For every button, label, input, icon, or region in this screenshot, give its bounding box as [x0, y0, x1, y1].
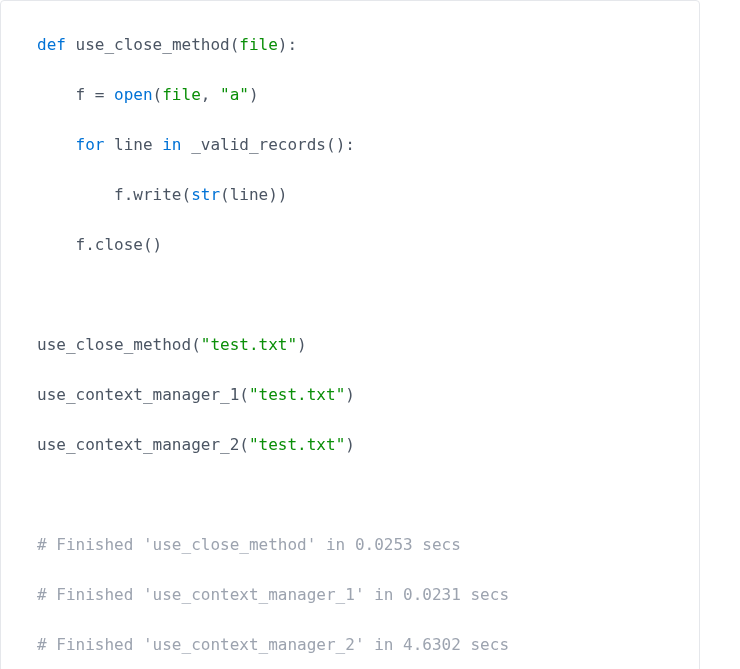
code-token: (: [191, 335, 201, 354]
code-token: f.write(: [37, 185, 191, 204]
code-token: ,: [201, 85, 220, 104]
code-block[interactable]: def use_close_method(file): f = open(fil…: [1, 1, 699, 669]
code-token: f.close(): [37, 235, 162, 254]
code-token: ): [345, 385, 355, 404]
code-token: ): [249, 85, 259, 104]
code-token: f =: [37, 85, 114, 104]
code-token: (: [230, 35, 240, 54]
code-token: ): [345, 435, 355, 454]
code-token: (: [239, 385, 249, 404]
code-token: def: [37, 35, 66, 54]
code-token: "test.txt": [249, 385, 345, 404]
code-token: use_context_manager_2: [37, 435, 239, 454]
code-token: str: [191, 185, 220, 204]
code-token: for: [76, 135, 105, 154]
code-token: file: [239, 35, 278, 54]
code-token: in: [162, 135, 181, 154]
code-token: use_context_manager_1: [37, 385, 239, 404]
code-token: "test.txt": [249, 435, 345, 454]
code-token: use_close_method: [37, 335, 191, 354]
code-token: _valid_records():: [182, 135, 355, 154]
code-token: "a": [220, 85, 249, 104]
code-token: "test.txt": [201, 335, 297, 354]
code-token: # Finished 'use_close_method' in 0.0253 …: [37, 535, 461, 554]
code-token: (: [239, 435, 249, 454]
code-token: [66, 35, 76, 54]
code-token: (line)): [220, 185, 287, 204]
code-token: ): [297, 335, 307, 354]
code-token: (: [153, 85, 163, 104]
code-block-container: def use_close_method(file): f = open(fil…: [0, 0, 700, 669]
code-token: ):: [278, 35, 297, 54]
code-token: file: [162, 85, 201, 104]
code-token: # Finished 'use_context_manager_1' in 0.…: [37, 585, 509, 604]
code-token: use_close_method: [76, 35, 230, 54]
code-content: def use_close_method(file): f = open(fil…: [37, 35, 509, 654]
code-token: open: [114, 85, 153, 104]
code-token: # Finished 'use_context_manager_2' in 4.…: [37, 635, 509, 654]
code-token: [37, 135, 76, 154]
code-token: line: [104, 135, 162, 154]
